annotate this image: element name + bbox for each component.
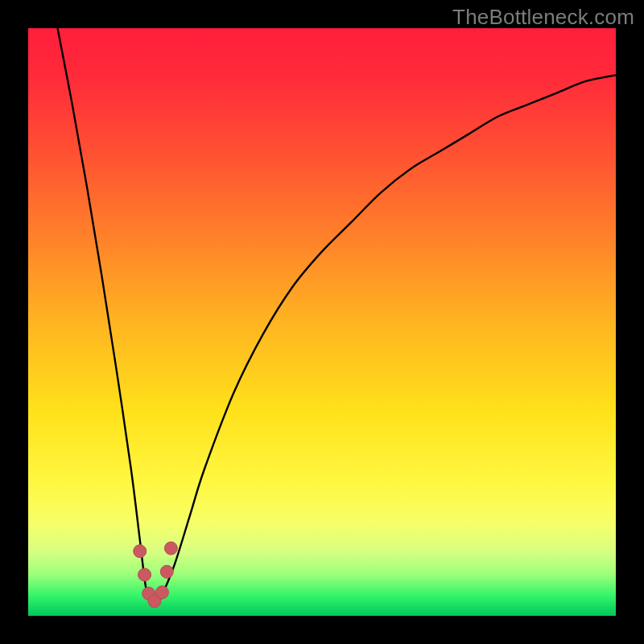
plot-area [28, 28, 616, 616]
highlight-dot [160, 565, 173, 578]
outer-frame: TheBottleneck.com [0, 0, 644, 644]
highlight-dot [134, 545, 147, 558]
highlight-dot [155, 586, 168, 599]
gradient-background [28, 28, 616, 616]
bottleneck-chart [28, 28, 616, 616]
highlight-dot [138, 568, 151, 581]
highlight-dot [164, 542, 177, 555]
watermark-text: TheBottleneck.com [452, 5, 634, 30]
